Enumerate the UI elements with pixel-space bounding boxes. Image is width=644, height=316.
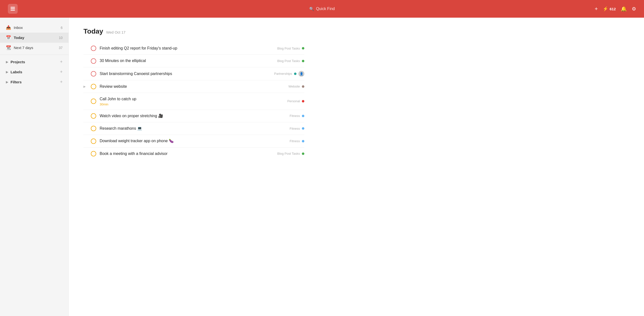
main-layout: 📥 Inbox 6 📅 Today 10 📆 Next 7 days 37 ▶ … — [0, 0, 644, 316]
task-checkbox[interactable] — [91, 99, 96, 104]
task-name: Review website — [100, 84, 285, 89]
labels-chevron-icon: ▶ — [6, 70, 8, 74]
sidebar-item-inbox[interactable]: 📥 Inbox 6 — [0, 22, 68, 33]
task-item: Research marathons 💻 Fitness — [84, 122, 304, 135]
task-project[interactable]: Blog Post Tasks — [277, 152, 304, 155]
filters-add-icon[interactable]: + — [60, 79, 62, 85]
task-project[interactable]: Blog Post Tasks — [277, 59, 304, 63]
task-checkbox[interactable] — [91, 113, 96, 119]
task-name: Book a meeting with a financial advisor — [100, 151, 274, 156]
project-name: Partnerships — [274, 72, 292, 75]
projects-label: Projects — [10, 60, 58, 64]
sidebar-section-filters[interactable]: ▶ Filters + — [0, 77, 68, 87]
filters-label: Filters — [10, 80, 58, 84]
page-date: Wed Oct 17 — [106, 30, 126, 34]
task-project[interactable]: Personal — [288, 99, 304, 103]
task-content: Research marathons 💻 — [100, 126, 286, 131]
inbox-icon: 📥 — [6, 25, 11, 30]
logo-icon — [8, 4, 18, 14]
logo[interactable] — [8, 4, 18, 14]
task-project[interactable]: Fitness — [290, 127, 304, 130]
search-icon: 🔍 — [309, 6, 314, 11]
task-checkbox[interactable] — [91, 58, 96, 64]
bell-icon: 🔔 — [621, 6, 627, 12]
app-header: 🔍 Quick Find + ⚡ 612 🔔 ⚙ — [0, 0, 644, 18]
karma-count: 612 — [610, 7, 616, 11]
task-name: 30 Minutes on the elliptical — [100, 58, 274, 63]
page-title: Today — [84, 27, 103, 35]
gear-icon: ⚙ — [632, 6, 636, 12]
task-meta: 30min — [100, 102, 284, 106]
task-content: Start brainstorming Canoeist partnership… — [100, 71, 271, 76]
task-checkbox[interactable] — [91, 151, 96, 156]
today-icon: 📅 — [6, 35, 11, 40]
sidebar-section-labels[interactable]: ▶ Labels + — [0, 67, 68, 77]
task-item: Book a meeting with a financial advisor … — [84, 148, 304, 160]
task-name: Finish editing Q2 report for Friday's st… — [100, 46, 274, 51]
karma-button[interactable]: ⚡ 612 — [603, 6, 616, 11]
project-name: Fitness — [290, 139, 300, 143]
task-item: Start brainstorming Canoeist partnership… — [84, 67, 304, 80]
add-task-button[interactable]: + — [595, 6, 598, 12]
sidebar-divider — [0, 55, 68, 55]
today-label: Today — [14, 35, 56, 40]
projects-add-icon[interactable]: + — [60, 59, 62, 64]
settings-button[interactable]: ⚙ — [632, 6, 636, 12]
task-checkbox[interactable] — [91, 71, 96, 76]
inbox-count: 6 — [60, 26, 62, 30]
sidebar-section-projects[interactable]: ▶ Projects + — [0, 57, 68, 67]
task-name: Start brainstorming Canoeist partnership… — [100, 71, 271, 76]
task-project[interactable]: Partnerships 👤 — [274, 71, 304, 77]
labels-add-icon[interactable]: + — [60, 69, 62, 74]
task-project[interactable]: Fitness — [290, 139, 304, 143]
karma-icon: ⚡ — [603, 6, 608, 11]
task-checkbox[interactable] — [91, 84, 96, 89]
project-name: Blog Post Tasks — [277, 59, 300, 63]
project-name: Website — [288, 85, 300, 88]
task-checkbox[interactable] — [91, 138, 96, 144]
task-project[interactable]: Fitness — [290, 114, 304, 118]
inbox-label: Inbox — [14, 25, 58, 30]
quick-find-search[interactable]: 🔍 Quick Find — [309, 6, 335, 11]
task-name: Research marathons 💻 — [100, 126, 286, 131]
task-content: Download weight tracker app on phone 🍆 — [100, 138, 286, 144]
task-checkbox[interactable] — [91, 126, 96, 131]
project-name: Personal — [288, 99, 300, 103]
page-header: Today Wed Oct 17 — [84, 27, 629, 35]
project-dot — [294, 72, 296, 75]
project-dot — [302, 60, 304, 62]
svg-rect-1 — [10, 8, 15, 9]
project-name: Fitness — [290, 127, 300, 130]
expand-arrow-icon[interactable]: ▶ — [84, 85, 87, 88]
project-dot — [302, 100, 304, 102]
next7-label: Next 7 days — [14, 46, 56, 50]
sidebar-item-next7[interactable]: 📆 Next 7 days 37 — [0, 43, 68, 53]
today-count: 10 — [59, 36, 62, 40]
task-checkbox[interactable] — [91, 46, 96, 51]
project-dot — [302, 127, 304, 130]
task-item: ▶ Review website Website — [84, 80, 304, 93]
notifications-button[interactable]: 🔔 — [621, 6, 627, 12]
search-label: Quick Find — [316, 6, 335, 11]
task-project[interactable]: Website — [288, 85, 304, 88]
task-item: 30 Minutes on the elliptical Blog Post T… — [84, 55, 304, 67]
next7-count: 37 — [59, 46, 62, 50]
task-name: Call John to catch up — [100, 96, 284, 102]
task-content: Watch video on proper stretching 🎥 — [100, 113, 286, 119]
project-name: Blog Post Tasks — [277, 152, 300, 155]
plus-icon: + — [595, 6, 598, 12]
task-name: Watch video on proper stretching 🎥 — [100, 113, 286, 119]
task-content: Book a meeting with a financial advisor — [100, 151, 274, 156]
next7-icon: 📆 — [6, 45, 11, 50]
project-name: Blog Post Tasks — [277, 46, 300, 50]
task-content: Finish editing Q2 report for Friday's st… — [100, 46, 274, 51]
project-dot — [302, 85, 304, 88]
svg-rect-2 — [10, 10, 15, 10]
task-content: 30 Minutes on the elliptical — [100, 58, 274, 63]
task-item: Call John to catch up 30min Personal — [84, 93, 304, 110]
sidebar-item-today[interactable]: 📅 Today 10 — [0, 33, 68, 43]
task-project[interactable]: Blog Post Tasks — [277, 46, 304, 50]
project-dot — [302, 140, 304, 142]
task-item: Finish editing Q2 report for Friday's st… — [84, 42, 304, 55]
labels-label: Labels — [10, 70, 58, 74]
